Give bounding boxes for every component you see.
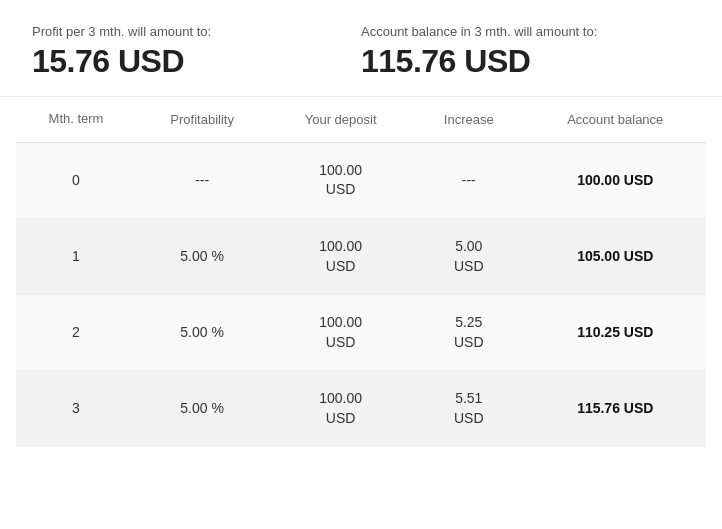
table-row: 1 5.00 % 100.00USD 5.00USD 105.00 USD xyxy=(16,219,706,295)
cell-mth: 0 xyxy=(16,142,136,218)
cell-increase: --- xyxy=(413,142,525,218)
balance-block: Account balance in 3 mth. will amount to… xyxy=(361,24,690,80)
table-body: 0 --- 100.00USD --- 100.00 USD 1 5.00 % … xyxy=(16,142,706,446)
col-header-mth: Mth. term xyxy=(16,97,136,142)
cell-balance: 115.76 USD xyxy=(525,371,706,447)
table-row: 3 5.00 % 100.00USD 5.51USD 115.76 USD xyxy=(16,371,706,447)
table-container: Mth. term Profitability Your deposit Inc… xyxy=(0,97,722,529)
cell-increase: 5.51USD xyxy=(413,371,525,447)
table-row: 0 --- 100.00USD --- 100.00 USD xyxy=(16,142,706,218)
balance-label: Account balance in 3 mth. will amount to… xyxy=(361,24,690,39)
cell-deposit: 100.00USD xyxy=(268,295,413,371)
col-header-profitability: Profitability xyxy=(136,97,268,142)
cell-profitability: --- xyxy=(136,142,268,218)
cell-increase: 5.25USD xyxy=(413,295,525,371)
profit-label: Profit per 3 mth. will amount to: xyxy=(32,24,361,39)
cell-mth: 1 xyxy=(16,219,136,295)
profit-value: 15.76 USD xyxy=(32,43,361,80)
col-header-balance: Account balance xyxy=(525,97,706,142)
col-header-deposit: Your deposit xyxy=(268,97,413,142)
cell-balance: 105.00 USD xyxy=(525,219,706,295)
summary-section: Profit per 3 mth. will amount to: 15.76 … xyxy=(0,0,722,97)
cell-deposit: 100.00USD xyxy=(268,219,413,295)
cell-profitability: 5.00 % xyxy=(136,371,268,447)
profit-block: Profit per 3 mth. will amount to: 15.76 … xyxy=(32,24,361,80)
cell-balance: 100.00 USD xyxy=(525,142,706,218)
col-header-increase: Increase xyxy=(413,97,525,142)
balance-value: 115.76 USD xyxy=(361,43,690,80)
cell-balance: 110.25 USD xyxy=(525,295,706,371)
table-row: 2 5.00 % 100.00USD 5.25USD 110.25 USD xyxy=(16,295,706,371)
table-header-row: Mth. term Profitability Your deposit Inc… xyxy=(16,97,706,142)
cell-mth: 2 xyxy=(16,295,136,371)
cell-deposit: 100.00USD xyxy=(268,142,413,218)
cell-deposit: 100.00USD xyxy=(268,371,413,447)
cell-mth: 3 xyxy=(16,371,136,447)
cell-profitability: 5.00 % xyxy=(136,295,268,371)
cell-profitability: 5.00 % xyxy=(136,219,268,295)
cell-increase: 5.00USD xyxy=(413,219,525,295)
data-table: Mth. term Profitability Your deposit Inc… xyxy=(16,97,706,447)
